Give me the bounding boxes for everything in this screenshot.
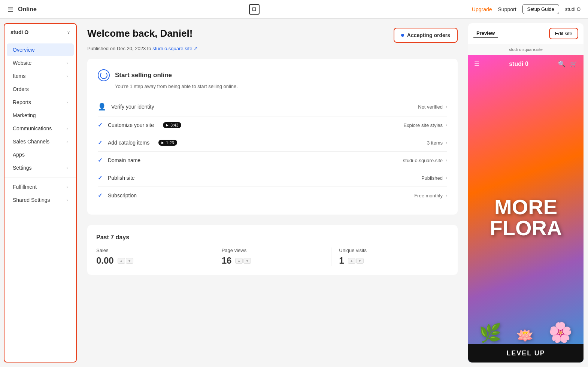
- checklist-row-catalog[interactable]: ✓ Add catalog items ▶ 1:23 3 items ›: [98, 134, 447, 152]
- upgrade-link[interactable]: Upgrade: [472, 6, 492, 12]
- checklist-row-verify[interactable]: 👤 Verify your identity Not verified ›: [98, 97, 447, 116]
- accepting-orders-badge[interactable]: Accepting orders: [394, 28, 458, 43]
- verify-status: Not verified: [418, 104, 443, 110]
- checklist-title: Start selling online: [115, 72, 172, 79]
- checklist-items: 👤 Verify your identity Not verified › ✓ …: [98, 97, 447, 204]
- pageviews-arrows: ▲ ▼: [235, 258, 251, 264]
- sidebar-store-selector[interactable]: studi O ∨: [4, 24, 76, 40]
- sidebar-item-sales-channels[interactable]: Sales Channels ›: [7, 135, 74, 148]
- unique-visits-value: 1: [339, 255, 344, 266]
- published-line: Published on Dec 20, 2023 to studi-o.squ…: [87, 46, 458, 51]
- apps-label: Apps: [13, 152, 25, 158]
- checklist-row-subscription[interactable]: ✓ Subscription Free monthly ›: [98, 187, 447, 204]
- app-title: Online: [18, 6, 37, 13]
- preview-tabs: Preview Edit site: [468, 23, 584, 44]
- site-url-link[interactable]: studi-o.square.site ↗: [152, 46, 198, 51]
- phone-icons: 🔍 🛒: [558, 60, 578, 67]
- right-panel: Preview Edit site studi-o.square.site ☰ …: [468, 19, 588, 367]
- sales-up-arrow[interactable]: ▲: [118, 258, 125, 264]
- phone-preview: ☰ studi 0 🔍 🛒 MORE FLORA: [468, 55, 584, 363]
- check-icon-customize: ✓: [98, 122, 103, 128]
- sidebar-item-marketing[interactable]: Marketing: [7, 109, 74, 122]
- pageviews-value: 16: [222, 255, 232, 266]
- square-logo: [249, 4, 260, 15]
- setup-guide-button[interactable]: Setup Guide: [522, 4, 559, 14]
- nav-left: ☰ Online: [7, 5, 37, 13]
- items-chevron-icon: ›: [67, 74, 68, 78]
- items-label: Items: [13, 73, 25, 79]
- customize-chevron-icon: ›: [446, 122, 447, 128]
- sidebar-item-communications[interactable]: Communications ›: [7, 122, 74, 135]
- play-icon: ▶: [166, 123, 169, 127]
- sidebar-item-orders[interactable]: Orders: [7, 83, 74, 95]
- unique-visits-arrows: ▲ ▼: [348, 258, 364, 264]
- sales-channels-label: Sales Channels: [13, 139, 49, 145]
- reports-label: Reports: [13, 99, 31, 105]
- pageviews-down-arrow[interactable]: ▼: [243, 258, 251, 264]
- sidebar-item-website[interactable]: Website ›: [7, 57, 74, 69]
- subscription-chevron-icon: ›: [446, 193, 447, 198]
- hamburger-icon[interactable]: ☰: [7, 5, 13, 13]
- page-title: Welcome back, Daniel!: [87, 28, 193, 39]
- sidebar-item-reports[interactable]: Reports ›: [7, 96, 74, 109]
- stat-unique-visits: Unique visits 1 ▲ ▼: [331, 248, 449, 266]
- page-header: Welcome back, Daniel! Accepting orders: [87, 28, 458, 43]
- checklist-subtitle: You're 1 step away from being able to st…: [115, 84, 447, 89]
- domain-chevron-icon: ›: [446, 158, 447, 163]
- settings-label: Settings: [13, 165, 32, 171]
- orders-label: Orders: [13, 86, 29, 92]
- check-icon-domain: ✓: [98, 157, 103, 164]
- phone-store-name: studi 0: [509, 61, 528, 67]
- checklist-row-domain[interactable]: ✓ Domain name studi-o.square.site ›: [98, 152, 447, 169]
- unique-visits-up-arrow[interactable]: ▲: [348, 258, 355, 264]
- stats-title: Past 7 days: [96, 234, 449, 241]
- catalog-status: 3 items: [427, 140, 443, 146]
- sales-down-arrow[interactable]: ▼: [126, 258, 133, 264]
- publish-label: Publish site: [108, 175, 135, 181]
- checklist-header: Start selling online: [98, 69, 447, 81]
- user-menu-button[interactable]: studi O: [565, 6, 581, 12]
- checklist-row-customize[interactable]: ✓ Customize your site ▶ 3:43 Explore sit…: [98, 116, 447, 134]
- checklist-spinner-icon: [98, 69, 110, 81]
- right-panel-inner: Preview Edit site studi-o.square.site ☰ …: [468, 23, 584, 363]
- unique-visits-label: Unique visits: [339, 248, 441, 253]
- phone-preview-content: ☰ studi 0 🔍 🛒 MORE FLORA: [468, 55, 584, 363]
- sidebar-item-items[interactable]: Items ›: [7, 70, 74, 82]
- unique-visits-down-arrow[interactable]: ▼: [356, 258, 364, 264]
- sidebar-item-fulfillment[interactable]: Fulfillment ›: [7, 181, 74, 193]
- hero-line2: FLORA: [490, 218, 562, 239]
- shared-settings-chevron-icon: ›: [67, 198, 68, 202]
- check-icon-subscription: ✓: [98, 192, 103, 199]
- video-badge-catalog: ▶ 1:23: [158, 140, 177, 146]
- edit-site-button[interactable]: Edit site: [549, 28, 578, 39]
- check-icon-catalog: ✓: [98, 139, 103, 146]
- pageviews-label: Page views: [222, 248, 324, 253]
- sidebar-item-overview[interactable]: Overview: [7, 43, 74, 56]
- support-link[interactable]: Support: [498, 6, 516, 12]
- settings-chevron-icon: ›: [67, 166, 68, 170]
- play-icon-catalog: ▶: [161, 141, 164, 145]
- sidebar: studi O ∨ Overview Website › Items › Ord…: [4, 23, 77, 363]
- sales-channels-chevron-icon: ›: [67, 140, 68, 144]
- spinner-inner: [100, 72, 107, 79]
- phone-nav: ☰ studi 0 🔍 🛒: [468, 55, 584, 73]
- sidebar-item-shared-settings[interactable]: Shared Settings ›: [7, 194, 74, 206]
- shared-settings-label: Shared Settings: [13, 197, 50, 203]
- phone-cart-icon: 🛒: [570, 60, 578, 67]
- domain-status: studi-o.square.site: [403, 158, 443, 163]
- communications-label: Communications: [13, 125, 52, 131]
- status-dot: [401, 34, 404, 37]
- customize-status: Explore site styles: [403, 122, 443, 128]
- app-layout: studi O ∨ Overview Website › Items › Ord…: [0, 19, 588, 367]
- preview-tab[interactable]: Preview: [473, 29, 498, 38]
- verify-label: Verify your identity: [111, 104, 154, 110]
- publish-chevron-icon: ›: [446, 175, 447, 181]
- pageviews-up-arrow[interactable]: ▲: [235, 258, 243, 264]
- overview-label: Overview: [13, 47, 34, 53]
- customize-label: Customize your site: [108, 122, 154, 128]
- checklist-row-publish[interactable]: ✓ Publish site Published ›: [98, 169, 447, 187]
- website-label: Website: [13, 60, 31, 66]
- catalog-chevron-icon: ›: [446, 140, 447, 145]
- sidebar-item-apps[interactable]: Apps: [7, 148, 74, 161]
- sidebar-item-settings[interactable]: Settings ›: [7, 161, 74, 174]
